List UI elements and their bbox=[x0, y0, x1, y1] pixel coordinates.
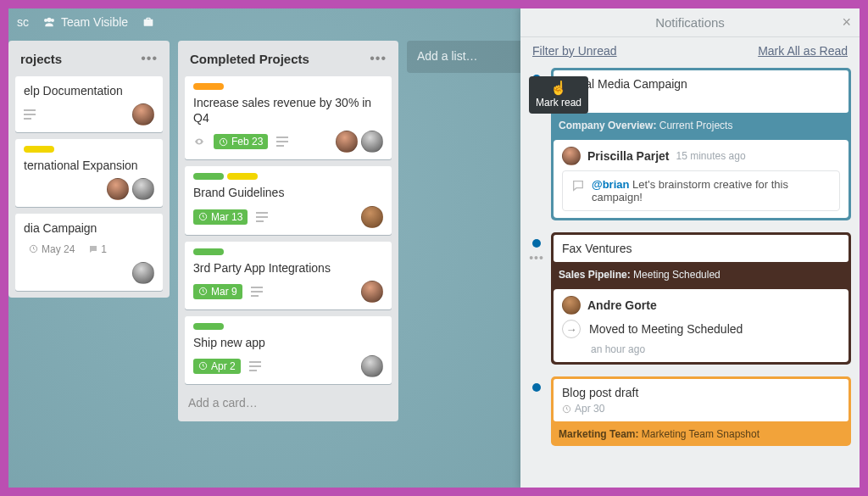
card-title: Brand Guidelines bbox=[193, 185, 383, 200]
filter-unread-link[interactable]: Filter by Unread bbox=[532, 44, 617, 58]
comment-icon bbox=[571, 179, 585, 192]
avatar[interactable] bbox=[361, 131, 383, 153]
notif-person[interactable]: Priscilla Parjet 15 minutes ago bbox=[562, 147, 840, 165]
person-name: Priscilla Parjet bbox=[587, 149, 670, 163]
notif-context: Company Overview: Current Projects bbox=[554, 118, 849, 135]
card[interactable]: Brand Guidelines Mar 13 bbox=[185, 166, 392, 234]
description-icon bbox=[249, 361, 261, 371]
label-green[interactable] bbox=[193, 173, 224, 180]
label-green[interactable] bbox=[193, 248, 224, 255]
card-title: 3rd Party App Integrations bbox=[193, 260, 383, 276]
description-icon bbox=[24, 109, 36, 120]
avatar[interactable] bbox=[361, 355, 383, 377]
notifications-list: ••• Social Media Campaign ay 24 Company … bbox=[520, 64, 860, 488]
card-title: dia Campaign bbox=[24, 220, 154, 236]
card-title: elp Documentation bbox=[24, 83, 154, 98]
notif-card[interactable]: Blog post draft Apr 30 bbox=[554, 379, 849, 421]
team-icon bbox=[42, 15, 56, 29]
list-title[interactable]: rojects bbox=[20, 52, 62, 66]
cursor-hand-icon: ☝ bbox=[550, 81, 567, 95]
list-header: Completed Projects ••• bbox=[185, 47, 392, 70]
card-badges: Feb 23 bbox=[193, 131, 383, 153]
card-title: Increase sales revenue by 30% in Q4 bbox=[193, 95, 383, 125]
card-badges bbox=[24, 103, 154, 125]
label-green[interactable] bbox=[193, 323, 224, 330]
avatar[interactable] bbox=[336, 131, 358, 153]
notif-person[interactable]: Andre Gorte bbox=[562, 296, 840, 315]
notif-body: Social Media Campaign ay 24 Company Over… bbox=[551, 68, 851, 220]
avatar[interactable] bbox=[107, 178, 129, 200]
avatar[interactable] bbox=[132, 178, 154, 200]
mark-all-read-link[interactable]: Mark All as Read bbox=[758, 44, 848, 58]
card-badges: Mar 13 bbox=[193, 206, 383, 228]
list-menu-icon[interactable]: ••• bbox=[141, 51, 158, 66]
close-icon[interactable]: × bbox=[842, 14, 851, 31]
due-date-badge: Feb 23 bbox=[214, 134, 268, 149]
board-icon-button[interactable] bbox=[142, 15, 155, 29]
notif-detail: Priscilla Parjet 15 minutes ago @brian L… bbox=[554, 140, 849, 218]
card-badges: Mar 9 bbox=[193, 281, 383, 303]
notif-side bbox=[529, 376, 544, 392]
due-date-badge: Mar 13 bbox=[193, 209, 248, 225]
card[interactable]: Increase sales revenue by 30% in Q4 Feb … bbox=[185, 76, 392, 159]
card[interactable]: Ship new app Apr 2 bbox=[185, 316, 392, 384]
card-title: Ship new app bbox=[193, 335, 383, 350]
person-name: Andre Gorte bbox=[587, 298, 657, 312]
visibility-button[interactable]: Team Visible bbox=[42, 15, 128, 29]
label-yellow[interactable] bbox=[24, 146, 54, 153]
mention[interactable]: @brian bbox=[592, 178, 629, 191]
notif-menu-icon[interactable]: ••• bbox=[529, 251, 544, 265]
due-date-badge: Mar 9 bbox=[193, 284, 242, 299]
notif-body: Fax Ventures Sales Pipeline: Meeting Sch… bbox=[551, 232, 851, 365]
description-icon bbox=[256, 212, 268, 222]
unread-dot-icon[interactable] bbox=[532, 239, 541, 248]
notif-context: Marketing Team: Marketing Team Snapshot bbox=[554, 426, 849, 443]
visibility-label: Team Visible bbox=[61, 15, 128, 29]
description-icon bbox=[276, 137, 288, 147]
panel-header: Notifications × bbox=[520, 8, 860, 37]
comment-text: @brian Let's brainstorm creative for thi… bbox=[592, 178, 831, 203]
notif-side: ••• bbox=[529, 232, 544, 265]
notif-card-title: Blog post draft bbox=[562, 386, 840, 399]
panel-actions: Filter by Unread Mark All as Read bbox=[520, 37, 860, 64]
card[interactable]: 3rd Party App Integrations Mar 9 bbox=[185, 242, 392, 309]
notif-card[interactable]: Fax Ventures bbox=[554, 235, 849, 262]
timestamp: 15 minutes ago bbox=[676, 150, 746, 162]
notif-card-due: Apr 30 bbox=[562, 403, 840, 415]
timestamp: an hour ago bbox=[562, 343, 840, 355]
card-badges: May 24 1 bbox=[24, 242, 154, 257]
avatar[interactable] bbox=[132, 262, 154, 284]
moved-text: Moved to Meeting Scheduled bbox=[589, 322, 743, 336]
unread-dot-icon[interactable] bbox=[532, 383, 541, 392]
comment-box: @brian Let's brainstorm creative for thi… bbox=[562, 170, 840, 211]
notification-item[interactable]: Blog post draft Apr 30 Marketing Team: M… bbox=[529, 376, 851, 446]
notif-card[interactable]: Social Media Campaign ay 24 bbox=[554, 70, 849, 113]
card-badges bbox=[24, 178, 154, 200]
notif-card-title: Social Media Campaign bbox=[562, 77, 840, 91]
due-date-badge: May 24 bbox=[24, 242, 80, 257]
notification-item[interactable]: ••• Fax Ventures Sales Pipeline: Meeting… bbox=[529, 232, 851, 365]
avatar bbox=[562, 296, 581, 315]
notif-context: Sales Pipeline: Meeting Scheduled bbox=[554, 267, 849, 284]
due-date-badge: Apr 2 bbox=[193, 359, 241, 374]
list-menu-icon[interactable]: ••• bbox=[370, 51, 387, 66]
add-card-button[interactable]: Add a card… bbox=[185, 391, 392, 415]
notif-body: Blog post draft Apr 30 Marketing Team: M… bbox=[551, 376, 851, 446]
mark-read-label: Mark read bbox=[536, 97, 581, 109]
list-title[interactable]: Completed Projects bbox=[190, 52, 309, 66]
avatar[interactable] bbox=[132, 103, 154, 125]
card[interactable]: ternational Expansion bbox=[15, 139, 163, 207]
arrow-right-icon: → bbox=[562, 320, 581, 338]
avatar[interactable] bbox=[361, 206, 383, 228]
card[interactable]: dia Campaign May 24 1 bbox=[15, 214, 163, 290]
app-frame: sc Team Visible rojects ••• elp Document… bbox=[8, 8, 860, 488]
card[interactable]: elp Documentation bbox=[15, 76, 163, 132]
list-projects-partial[interactable]: rojects ••• elp Documentation ternationa… bbox=[8, 41, 170, 298]
comments-badge: 1 bbox=[88, 243, 107, 255]
label-orange[interactable] bbox=[193, 83, 224, 90]
list-header: rojects ••• bbox=[15, 47, 163, 70]
avatar[interactable] bbox=[361, 281, 383, 303]
label-yellow[interactable] bbox=[227, 173, 258, 180]
notif-card-title: Fax Ventures bbox=[562, 242, 840, 255]
list-completed-projects[interactable]: Completed Projects ••• Increase sales re… bbox=[178, 41, 398, 421]
